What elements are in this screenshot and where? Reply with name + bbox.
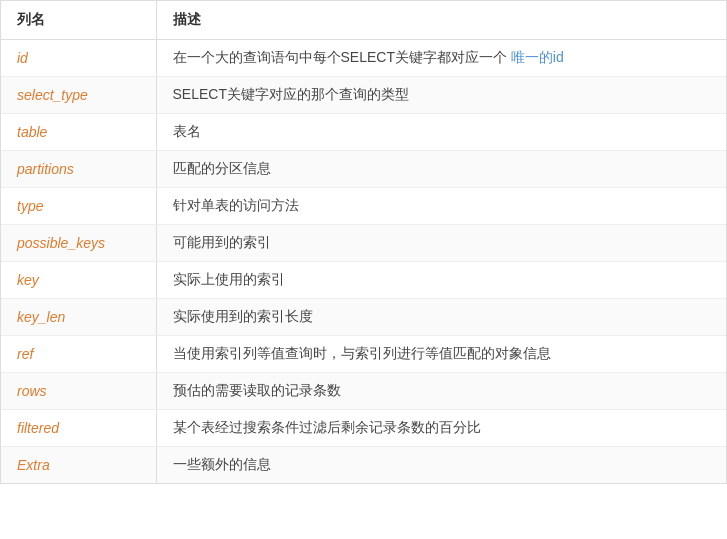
data-table: 列名 描述 id在一个大的查询语句中每个SELECT关键字都对应一个 唯一的id… bbox=[1, 1, 726, 483]
col-name-cell: key_len bbox=[1, 299, 156, 336]
col-name-cell: table bbox=[1, 114, 156, 151]
col-desc-cell: 一些额外的信息 bbox=[156, 447, 726, 484]
table-row: filtered某个表经过搜索条件过滤后剩余记录条数的百分比 bbox=[1, 410, 726, 447]
table-row: select_typeSELECT关键字对应的那个查询的类型 bbox=[1, 77, 726, 114]
col-desc-cell: 表名 bbox=[156, 114, 726, 151]
col-name-cell: type bbox=[1, 188, 156, 225]
col-name-cell: select_type bbox=[1, 77, 156, 114]
col-desc-cell: 匹配的分区信息 bbox=[156, 151, 726, 188]
col-desc-cell: 可能用到的索引 bbox=[156, 225, 726, 262]
table-row: id在一个大的查询语句中每个SELECT关键字都对应一个 唯一的id bbox=[1, 40, 726, 77]
col-name-cell: filtered bbox=[1, 410, 156, 447]
col-desc-cell: 当使用索引列等值查询时，与索引列进行等值匹配的对象信息 bbox=[156, 336, 726, 373]
col-desc-cell: SELECT关键字对应的那个查询的类型 bbox=[156, 77, 726, 114]
table-row: Extra一些额外的信息 bbox=[1, 447, 726, 484]
table-row: rows预估的需要读取的记录条数 bbox=[1, 373, 726, 410]
col-desc-cell: 实际使用到的索引长度 bbox=[156, 299, 726, 336]
col2-header: 描述 bbox=[156, 1, 726, 40]
col-name-cell: ref bbox=[1, 336, 156, 373]
col-name-cell: rows bbox=[1, 373, 156, 410]
col-name-cell: Extra bbox=[1, 447, 156, 484]
col-name-cell: possible_keys bbox=[1, 225, 156, 262]
table-header-row: 列名 描述 bbox=[1, 1, 726, 40]
table-row: ref当使用索引列等值查询时，与索引列进行等值匹配的对象信息 bbox=[1, 336, 726, 373]
col-desc-cell: 实际上使用的索引 bbox=[156, 262, 726, 299]
col-desc-cell: 某个表经过搜索条件过滤后剩余记录条数的百分比 bbox=[156, 410, 726, 447]
table-row: possible_keys可能用到的索引 bbox=[1, 225, 726, 262]
col-desc-cell: 预估的需要读取的记录条数 bbox=[156, 373, 726, 410]
description-link[interactable]: 唯一的id bbox=[511, 49, 564, 65]
col-name-cell: key bbox=[1, 262, 156, 299]
table-row: key实际上使用的索引 bbox=[1, 262, 726, 299]
table-row: partitions匹配的分区信息 bbox=[1, 151, 726, 188]
col-desc-cell: 针对单表的访问方法 bbox=[156, 188, 726, 225]
table-row: type针对单表的访问方法 bbox=[1, 188, 726, 225]
col-name-cell: partitions bbox=[1, 151, 156, 188]
main-table-container: 列名 描述 id在一个大的查询语句中每个SELECT关键字都对应一个 唯一的id… bbox=[0, 0, 727, 484]
col-name-cell: id bbox=[1, 40, 156, 77]
col-desc-cell: 在一个大的查询语句中每个SELECT关键字都对应一个 唯一的id bbox=[156, 40, 726, 77]
table-row: key_len实际使用到的索引长度 bbox=[1, 299, 726, 336]
table-row: table表名 bbox=[1, 114, 726, 151]
col1-header: 列名 bbox=[1, 1, 156, 40]
